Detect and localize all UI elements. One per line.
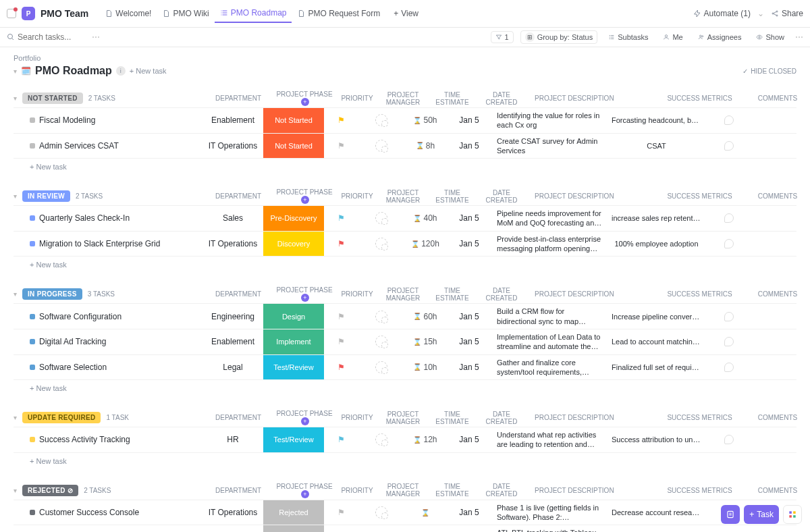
date-cell[interactable]: Jan 5 [446, 304, 493, 329]
priority-cell[interactable]: ⚑ [324, 525, 358, 532]
priority-cell[interactable]: ⚑ [324, 355, 358, 380]
priority-cell[interactable]: ⚑ [324, 500, 358, 525]
comments-cell[interactable] [705, 232, 753, 257]
group-by[interactable]: ⊞ Group by: Status [520, 30, 598, 44]
sidebar-toggle[interactable] [7, 9, 16, 18]
desc-cell[interactable]: Phase 1 is live (getting fields in Softw… [493, 500, 608, 525]
department-cell[interactable]: Legal [202, 355, 263, 380]
date-cell[interactable]: Jan 5 [446, 232, 493, 257]
desc-cell[interactable]: Implementation of Lean Data to streamlin… [493, 329, 608, 354]
status-pill[interactable]: IN REVIEW [22, 190, 70, 202]
task-row[interactable]: Migration to Slack Enterprise Grid IT Op… [14, 231, 796, 257]
subtasks-toggle[interactable]: Subtasks [604, 32, 652, 43]
collapse-list[interactable]: ▾ [14, 68, 17, 75]
collapse-group[interactable]: ▾ [14, 487, 17, 494]
comments-cell[interactable] [705, 108, 753, 133]
pm-cell[interactable] [358, 304, 405, 329]
desc-cell[interactable]: Understand what rep activities are leadi… [493, 427, 608, 452]
breadcrumb[interactable]: Portfolio [14, 54, 796, 62]
status-square[interactable] [30, 117, 35, 123]
pm-cell[interactable] [358, 108, 405, 133]
tab-welcome-[interactable]: Welcome! [99, 4, 157, 23]
desc-cell[interactable]: Build a CRM flow for bidirectional sync … [493, 304, 608, 329]
collapse-group[interactable]: ▾ [14, 414, 17, 421]
collapse-group[interactable]: ▾ [14, 192, 17, 200]
status-pill[interactable]: REJECTED ⊘ [22, 485, 78, 496]
share-button[interactable]: Share [771, 9, 803, 18]
new-task-row[interactable]: + New task [14, 256, 796, 273]
desc-cell[interactable]: Pipeline needs improvement for MoM and Q… [493, 206, 608, 231]
pm-cell[interactable] [358, 355, 405, 380]
collapse-group[interactable]: ▾ [14, 95, 17, 102]
phase-cell[interactable]: Test/Review [263, 427, 324, 452]
status-pill[interactable]: UPDATE REQUIRED [22, 412, 101, 423]
time-cell[interactable]: ⌛8h [405, 134, 446, 159]
search-wrap[interactable] [7, 32, 85, 42]
phase-cell[interactable]: Not Started [263, 134, 324, 159]
show-toggle[interactable]: Show [752, 32, 788, 43]
add-view[interactable]: +View [388, 5, 424, 22]
priority-cell[interactable]: ⚑ [324, 232, 358, 257]
department-cell[interactable]: Engineering [202, 304, 263, 329]
tab-pmo-roadmap[interactable]: PMO Roadmap [215, 4, 292, 23]
phase-cell[interactable]: Test/Review [263, 355, 324, 380]
search-more[interactable]: ⋯ [92, 32, 100, 42]
task-row[interactable]: Digital Ad Tracking Enablement Implement… [14, 329, 796, 354]
phase-cell[interactable]: Discovery [263, 232, 324, 257]
date-cell[interactable]: Jan 5 [446, 525, 493, 532]
status-pill[interactable]: NOT STARTED [22, 92, 83, 104]
collapse-group[interactable]: ▾ [14, 290, 17, 298]
time-cell[interactable]: ⌛120h [405, 232, 446, 257]
priority-cell[interactable]: ⚑ [324, 329, 358, 354]
fab-task[interactable]: +Task [744, 505, 779, 524]
status-square[interactable] [30, 143, 35, 149]
status-square[interactable] [30, 241, 35, 246]
phase-cell[interactable]: Pre-Discovery [263, 206, 324, 231]
hide-closed[interactable]: ✓ HIDE CLOSED [742, 68, 796, 75]
task-row[interactable]: Software Configuration Engineering Desig… [14, 303, 796, 329]
department-cell[interactable]: Enablement [202, 525, 263, 532]
new-task-row[interactable]: + New task [14, 379, 796, 396]
status-pill[interactable]: IN PROGRESS [22, 288, 82, 300]
task-row[interactable]: Fiscal Modeling Enablement Not Started ⚑… [14, 107, 796, 133]
department-cell[interactable]: Enablement [202, 329, 263, 354]
time-cell[interactable]: ⌛40h [405, 206, 446, 231]
fab-apps[interactable] [783, 505, 802, 524]
comments-cell[interactable] [705, 355, 753, 380]
time-cell[interactable]: ⌛12h [405, 427, 446, 452]
priority-cell[interactable]: ⚑ [324, 206, 358, 231]
time-cell[interactable]: ⌛ [405, 500, 446, 525]
date-cell[interactable]: Jan 5 [446, 427, 493, 452]
status-square[interactable] [30, 314, 35, 319]
metrics-cell[interactable]: Forcasting headcount, bottom line, CAC, … [608, 108, 705, 133]
metrics-cell[interactable]: 100% employee adoption [608, 232, 705, 257]
metrics-cell[interactable]: To identify with sales attribution varia… [608, 525, 705, 532]
new-task-header[interactable]: + New task [130, 67, 167, 75]
pm-cell[interactable] [358, 427, 405, 452]
task-row[interactable]: Admin Services CSAT IT Operations Not St… [14, 133, 796, 159]
task-row[interactable]: Software Selection Legal Test/Review ⚑ ⌛… [14, 354, 796, 380]
priority-cell[interactable]: ⚑ [324, 134, 358, 159]
automate-button[interactable]: Automate (1) ⌄ [693, 9, 764, 18]
tab-pmo-request-form[interactable]: PMO Request Form [292, 4, 385, 23]
pm-cell[interactable] [358, 500, 405, 525]
assignees-filter[interactable]: Assignees [694, 32, 746, 43]
phase-cell[interactable]: Design [263, 304, 324, 329]
new-task-row[interactable]: + New task [14, 452, 796, 469]
department-cell[interactable]: IT Operations [202, 500, 263, 525]
tab-pmo-wiki[interactable]: PMO Wiki [157, 4, 214, 23]
date-cell[interactable]: Jan 5 [446, 355, 493, 380]
team-badge[interactable]: P [22, 7, 35, 20]
pm-cell[interactable] [358, 134, 405, 159]
desc-cell[interactable]: Provide best-in-class enterprise messagi… [493, 232, 608, 257]
comments-cell[interactable] [705, 427, 753, 452]
phase-add[interactable]: + [301, 417, 309, 425]
date-cell[interactable]: Jan 5 [446, 500, 493, 525]
metrics-cell[interactable]: Finalized full set of requirements for V… [608, 355, 705, 380]
time-cell[interactable]: ⌛15h [405, 329, 446, 354]
new-task-row[interactable]: + New task [14, 158, 796, 175]
date-cell[interactable]: Jan 5 [446, 206, 493, 231]
team-name[interactable]: PMO Team [40, 8, 88, 19]
time-cell[interactable]: ⌛ [405, 525, 446, 532]
date-cell[interactable]: Jan 5 [446, 108, 493, 133]
